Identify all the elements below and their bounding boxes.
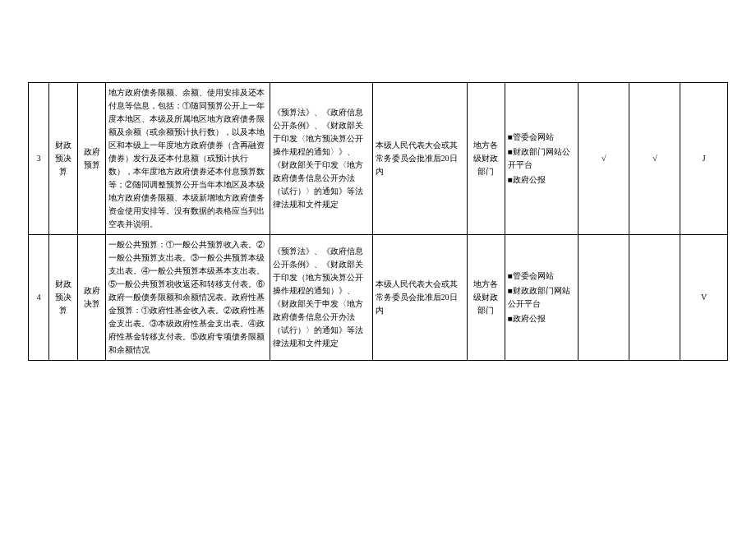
table-row: 4 财政预决算 政府决算 一般公共预算：①一般公共预算收入表。②一般公共预算支出…: [29, 235, 728, 361]
publish-channels: ■管委会网站 ■财政部门网站公开平台 ■政府公报: [505, 83, 579, 235]
category-primary: 财政预决算: [49, 83, 78, 235]
channel-item: ■财政部门网站公开平台: [508, 145, 576, 172]
check-mark-3: J: [680, 83, 728, 235]
policy-table: 3 财政预决算 政府预算 地方政府债务限额、余额、使用安排及还本付息等信息，包括…: [28, 82, 728, 361]
publish-channels: ■管委会网站 ■财政政部门网站公开平台 ■政府公报: [505, 235, 579, 361]
channel-item: ■财政政部门网站公开平台: [508, 284, 576, 311]
channel-item: ■管委会网站: [508, 131, 576, 144]
responsible-subject: 地方各级财政部门: [467, 235, 505, 361]
table-row: 3 财政预决算 政府预算 地方政府债务限额、余额、使用安排及还本付息等信息，包括…: [29, 83, 728, 235]
responsible-subject: 地方各级财政部门: [467, 83, 505, 235]
content-description: 一般公共预算：①一般公共预算收入表。②一般公共预算支出表。③一般公共预算本级支出…: [106, 235, 270, 361]
category-secondary: 政府决算: [77, 235, 106, 361]
category-secondary: 政府预算: [77, 83, 106, 235]
row-number: 4: [29, 235, 49, 361]
channel-item: ■管委会网站: [508, 270, 576, 283]
channel-item: ■政府公报: [508, 312, 576, 325]
row-number: 3: [29, 83, 49, 235]
check-mark-2: √: [629, 83, 680, 235]
check-mark-1: √: [579, 83, 629, 235]
time-limit: 本级人民代表大会或其常务委员会批准后20日内: [372, 83, 467, 235]
check-mark-2: [629, 235, 680, 361]
content-description: 地方政府债务限额、余额、使用安排及还本付息等信息，包括：①随同预算公开上一年度本…: [106, 83, 270, 235]
category-primary: 财政预决算: [49, 235, 78, 361]
time-limit: 本级人民代表大会或其常务委员会批准后20日内: [372, 235, 467, 361]
check-mark-1: [579, 235, 629, 361]
check-mark-3: V: [680, 235, 728, 361]
legal-basis: 《预算法》、《政府信息公开条例》、《财政部关于印发〈地方预决算公开操作规程的通知…: [270, 83, 372, 235]
legal-basis: 《预算法》、《政府信息公开条例》、《财政部关于印发（地方预决算公开操作规程的通知…: [270, 235, 372, 361]
channel-item: ■政府公报: [508, 173, 576, 187]
